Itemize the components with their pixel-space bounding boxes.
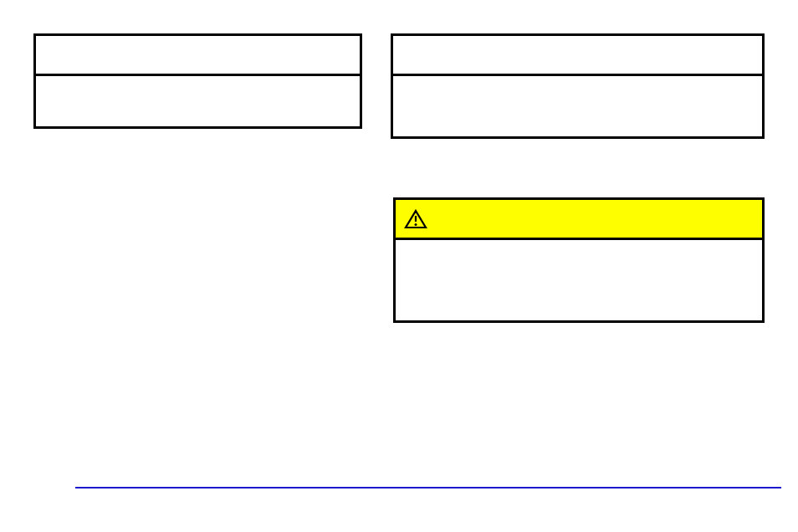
footer-divider: [75, 487, 781, 489]
info-box-1: [33, 33, 362, 129]
caution-box: [393, 197, 765, 323]
bottom-row: [0, 197, 798, 323]
caution-icon: [404, 209, 427, 229]
info-box-1-header: [36, 36, 360, 76]
info-box-2-header: [393, 36, 762, 76]
info-box-2: [391, 33, 765, 139]
top-row: [0, 33, 798, 139]
caution-box-header: [396, 200, 762, 240]
caution-box-body: [396, 240, 762, 320]
info-box-2-body: [393, 76, 762, 136]
info-box-1-body: [36, 76, 360, 126]
svg-point-2: [415, 223, 417, 226]
